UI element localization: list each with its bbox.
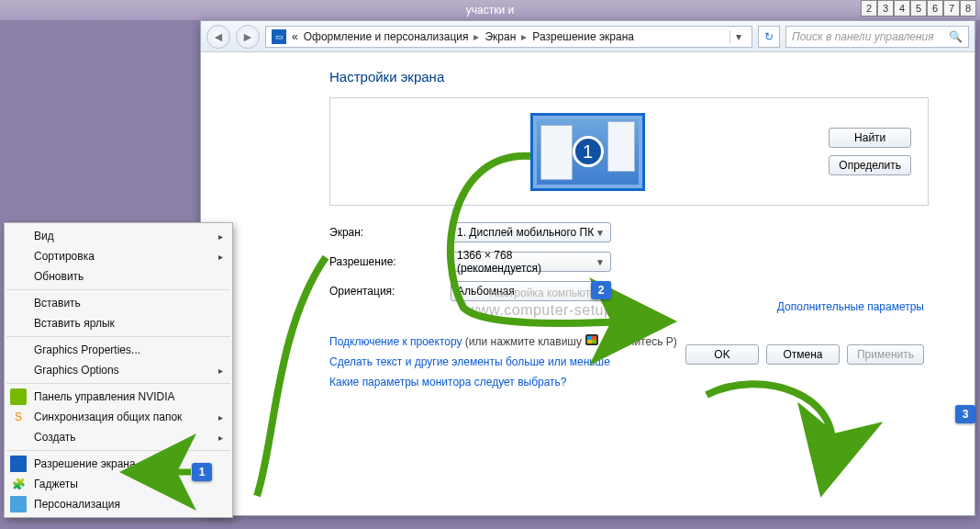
nvidia-icon [10,388,27,405]
projector-link[interactable]: Подключение к проектору [329,335,462,348]
workspace-2[interactable]: 2 [861,0,877,17]
ctx-personalize[interactable]: Персонализация [5,494,232,514]
ctx-paste[interactable]: Вставить [5,293,232,313]
display-combo-value: 1. Дисплей мобильного ПК [457,226,594,239]
annotation-2: 2 [591,281,611,299]
monitor-number: 1 [573,136,604,167]
resolution-combo-value: 1366 × 768 (рекомендуется) [457,249,596,275]
ok-button[interactable]: OK [685,344,759,365]
dialog-buttons: OK Отмена Применить [685,344,924,365]
workspace-7[interactable]: 7 [943,0,960,17]
content-area: Настройки экрана 1 Найти Определить Экра… [201,52,974,412]
annotation-3: 3 [955,405,975,423]
separator [6,336,230,337]
ctx-refresh[interactable]: Обновить [5,266,232,287]
resolution-label: Разрешение: [329,255,440,268]
breadcrumb-item-2[interactable]: Экран [484,30,516,43]
taskbar: участки и [0,0,980,20]
orientation-label: Ориентация: [329,285,440,298]
workspace-8[interactable]: 8 [960,0,976,17]
advanced-settings-link[interactable]: Дополнительные параметры [777,300,924,313]
projector-hint-1: (или нажмите клавишу [465,335,585,348]
ctx-view[interactable]: Вид [5,226,232,246]
search-input[interactable]: Поиск в панели управления 🔍 [785,26,969,48]
ctx-create[interactable]: Создать [5,427,232,447]
text-size-link[interactable]: Сделать текст и другие элементы больше и… [329,355,610,368]
search-placeholder: Поиск в панели управления [792,30,934,43]
refresh-button[interactable]: ↻ [758,26,780,48]
breadcrumb-dropdown[interactable]: ▾ [729,30,746,43]
monitor-thumbnail-1[interactable]: 1 [530,113,645,191]
chevron-down-icon: ▼ [596,228,605,238]
sync-icon: S [10,409,27,425]
resolution-combo[interactable]: 1366 × 768 (рекомендуется) ▼ [451,252,611,272]
monitor-icon [10,456,27,472]
nav-back-button[interactable]: ◄ [206,25,230,49]
workspace-4[interactable]: 4 [894,0,910,17]
chevron-right-icon: ▸ [521,30,527,43]
workspace-5[interactable]: 5 [910,0,927,17]
address-bar: ◄ ► ▭ « Оформление и персонализация ▸ Эк… [201,21,974,52]
taskbar-title: участки и [466,4,514,17]
windows-key-icon [585,334,598,345]
control-panel-icon: ▭ [272,29,286,44]
breadcrumb-prefix: « [292,30,298,43]
workspace-3[interactable]: 3 [877,0,894,17]
monitor-params-link[interactable]: Какие параметры монитора следует выбрать… [329,376,567,388]
ctx-graphics-options[interactable]: Graphics Options [5,360,232,380]
breadcrumb[interactable]: ▭ « Оформление и персонализация ▸ Экран … [265,26,752,48]
ctx-sync-folders[interactable]: S Синхронизация общих папок [5,407,232,427]
personalize-icon [10,496,27,512]
ctx-sort[interactable]: Сортировка [5,246,232,266]
ctx-paste-shortcut[interactable]: Вставить ярлык [5,313,232,333]
search-icon: 🔍 [949,30,963,43]
display-combo[interactable]: 1. Дисплей мобильного ПК ▼ [451,222,611,242]
projector-hint-2: и коснитесь Р) [603,335,677,348]
display-preview: 1 Найти Определить [329,97,929,206]
screen-resolution-window: ◄ ► ▭ « Оформление и персонализация ▸ Эк… [200,20,975,516]
ctx-graphics-properties[interactable]: Graphics Properties... [5,340,232,360]
watermark-line2: www.computer-setup.ru [467,301,631,321]
apply-button[interactable]: Применить [847,344,924,365]
separator [6,450,230,451]
breadcrumb-item-1[interactable]: Оформление и персонализация [304,30,469,43]
chevron-down-icon: ▼ [596,257,605,267]
ctx-nvidia[interactable]: Панель управления NVIDIA [5,387,232,407]
annotation-1: 1 [192,463,212,481]
separator [6,383,230,384]
cancel-button[interactable]: Отмена [766,344,840,365]
breadcrumb-item-3[interactable]: Разрешение экрана [532,30,634,43]
chevron-right-icon: ▸ [473,30,479,43]
workspace-numbers: 2 3 4 5 6 7 8 [861,0,976,17]
workspace-6[interactable]: 6 [927,0,943,17]
nav-forward-button[interactable]: ► [236,25,260,49]
page-title: Настройки экрана [329,69,929,84]
separator [6,289,230,290]
detect-button[interactable]: Определить [829,155,911,175]
find-button[interactable]: Найти [829,128,911,148]
display-label: Экран: [329,226,440,239]
gadgets-icon: 🧩 [10,476,27,492]
